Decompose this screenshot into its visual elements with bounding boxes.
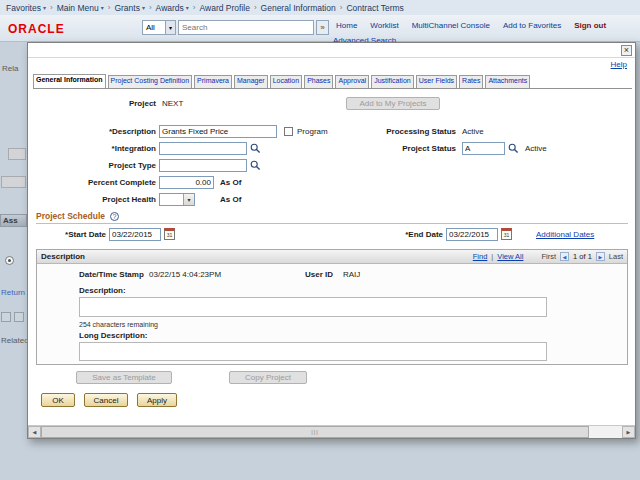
chevron-down-icon: ▾ bbox=[186, 4, 189, 11]
search-go-icon[interactable]: » bbox=[316, 20, 329, 35]
tab-phases[interactable]: Phases bbox=[304, 75, 333, 88]
project-status-text: Active bbox=[525, 144, 547, 153]
calendar-number: 31 bbox=[504, 233, 510, 238]
description-groupbox-header: Description Find | View All First ◀ 1 of… bbox=[37, 250, 627, 264]
breadcrumb-item-main-menu[interactable]: Main Menu▾ bbox=[57, 3, 104, 13]
processing-status-label: Processing Status bbox=[358, 127, 456, 136]
breadcrumb-item-grants[interactable]: Grants▾ bbox=[114, 3, 145, 13]
tab-primavera[interactable]: Primavera bbox=[194, 75, 232, 88]
project-type-lookup-icon[interactable] bbox=[250, 160, 261, 171]
tab-justification[interactable]: Justification bbox=[371, 75, 414, 88]
integration-input[interactable] bbox=[159, 142, 247, 155]
bg-panel-label: Ass bbox=[3, 216, 18, 225]
last-row-label[interactable]: Last bbox=[609, 252, 623, 261]
project-label: Project bbox=[56, 99, 156, 108]
chevron-down-icon: ▾ bbox=[142, 4, 145, 11]
tab-project-costing-definition[interactable]: Project Costing Definition bbox=[108, 75, 193, 88]
description-input[interactable] bbox=[159, 125, 277, 138]
next-row-icon[interactable]: ▶ bbox=[596, 252, 605, 261]
as-of-label: As Of bbox=[220, 178, 250, 187]
user-id-label: User ID bbox=[305, 270, 333, 279]
start-date-calendar-icon[interactable]: 31 bbox=[164, 228, 175, 240]
add-to-favorites-link[interactable]: Add to Favorites bbox=[503, 21, 561, 30]
cancel-button[interactable]: Cancel bbox=[84, 393, 128, 407]
close-icon[interactable]: × bbox=[621, 45, 632, 56]
scrollbar-thumb[interactable]: ||| bbox=[41, 426, 589, 438]
tab-general-information[interactable]: General Information bbox=[33, 74, 106, 89]
breadcrumb-item-award-profile[interactable]: Award Profile bbox=[200, 3, 250, 13]
breadcrumb-separator: › bbox=[149, 3, 152, 12]
worklist-link[interactable]: Worklist bbox=[370, 21, 398, 30]
header-links: Home Worklist MultiChannel Console Add t… bbox=[336, 21, 606, 30]
start-date-label: *Start Date bbox=[36, 230, 106, 239]
user-id-value: RAIJ bbox=[343, 270, 360, 279]
breadcrumb-item-general-information[interactable]: General Information bbox=[261, 3, 336, 13]
bg-button-fragment bbox=[8, 148, 26, 160]
add-to-my-projects-button: Add to My Projects bbox=[346, 97, 440, 110]
project-health-dropdown[interactable]: ▾ bbox=[159, 193, 195, 206]
datetime-stamp-label: Date/Time Stamp bbox=[79, 270, 144, 279]
project-general-modal: × Help General Information Project Costi… bbox=[27, 42, 636, 439]
bg-button-fragment-2 bbox=[1, 176, 26, 188]
tab-user-fields[interactable]: User Fields bbox=[416, 75, 457, 88]
page: Favorites▾ › Main Menu▾ › Grants▾ › Awar… bbox=[0, 0, 640, 480]
copy-project-button: Copy Project bbox=[229, 371, 307, 384]
breadcrumb-item-contract-terms[interactable]: Contract Terms bbox=[346, 3, 403, 13]
home-link[interactable]: Home bbox=[336, 21, 357, 30]
integration-label: *Integration bbox=[56, 144, 156, 153]
scroll-right-icon[interactable]: ▶ bbox=[622, 426, 635, 438]
multichannel-console-link[interactable]: MultiChannel Console bbox=[412, 21, 490, 30]
breadcrumb-separator: › bbox=[108, 3, 111, 12]
scroll-left-icon[interactable]: ◀ bbox=[28, 426, 41, 438]
program-checkbox[interactable] bbox=[284, 127, 293, 136]
tab-attachments[interactable]: Attachments bbox=[485, 75, 530, 88]
long-description-textarea[interactable] bbox=[79, 342, 547, 361]
additional-dates-link[interactable]: Additional Dates bbox=[536, 230, 594, 239]
modal-divider bbox=[28, 57, 635, 58]
datetime-stamp-value: 03/22/15 4:04:23PM bbox=[149, 270, 221, 279]
tab-location[interactable]: Location bbox=[270, 75, 302, 88]
end-date-input[interactable] bbox=[446, 228, 498, 241]
breadcrumb-separator: › bbox=[50, 3, 53, 12]
end-date-label: *End Date bbox=[373, 230, 443, 239]
sign-out-link[interactable]: Sign out bbox=[574, 21, 606, 30]
previous-row-icon[interactable]: ◀ bbox=[560, 252, 569, 261]
breadcrumb-separator: › bbox=[193, 3, 196, 12]
first-row-label[interactable]: First bbox=[541, 252, 556, 261]
horizontal-scrollbar[interactable]: ◀ ||| ▶ bbox=[28, 425, 635, 438]
tab-manager[interactable]: Manager bbox=[234, 75, 268, 88]
start-date-input[interactable] bbox=[109, 228, 161, 241]
bg-return-link-fragment: Return bbox=[1, 288, 25, 297]
breadcrumb-label: Award Profile bbox=[200, 3, 250, 13]
breadcrumb-item-favorites[interactable]: Favorites▾ bbox=[6, 3, 46, 13]
header: ORACLE All ▾ » Advanced Search Home Work… bbox=[0, 15, 640, 42]
breadcrumb-label: Contract Terms bbox=[346, 3, 403, 13]
end-date-calendar-icon[interactable]: 31 bbox=[501, 228, 512, 240]
view-all-link[interactable]: View All bbox=[497, 252, 523, 261]
project-type-input[interactable] bbox=[159, 159, 247, 172]
tab-rates[interactable]: Rates bbox=[459, 75, 483, 88]
find-link[interactable]: Find bbox=[473, 252, 488, 261]
percent-complete-input[interactable] bbox=[159, 176, 214, 189]
breadcrumb-item-awards[interactable]: Awards▾ bbox=[156, 3, 189, 13]
tab-approval[interactable]: Approval bbox=[335, 75, 369, 88]
bg-panel-fragment: Ass bbox=[0, 214, 27, 227]
description-textarea[interactable] bbox=[79, 297, 547, 317]
help-link[interactable]: Help bbox=[611, 60, 627, 69]
scrollbar-grip: ||| bbox=[311, 429, 319, 435]
help-icon[interactable]: ? bbox=[110, 212, 119, 221]
as-of-label-2: As Of bbox=[220, 195, 250, 204]
chevron-down-icon: ▾ bbox=[165, 21, 175, 34]
project-status-lookup-icon[interactable] bbox=[508, 143, 519, 154]
ok-button[interactable]: OK bbox=[41, 393, 75, 407]
chevron-down-icon: ▾ bbox=[101, 4, 104, 11]
project-status-input[interactable] bbox=[462, 142, 505, 155]
search-input[interactable] bbox=[178, 20, 314, 35]
integration-lookup-icon[interactable] bbox=[250, 143, 261, 154]
project-health-value bbox=[160, 194, 183, 205]
breadcrumb: Favorites▾ › Main Menu▾ › Grants▾ › Awar… bbox=[0, 0, 640, 15]
apply-button[interactable]: Apply bbox=[137, 393, 177, 407]
search-scope-dropdown[interactable]: All ▾ bbox=[142, 20, 176, 35]
description-field-label: *Description bbox=[56, 127, 156, 136]
breadcrumb-separator: › bbox=[254, 3, 257, 12]
